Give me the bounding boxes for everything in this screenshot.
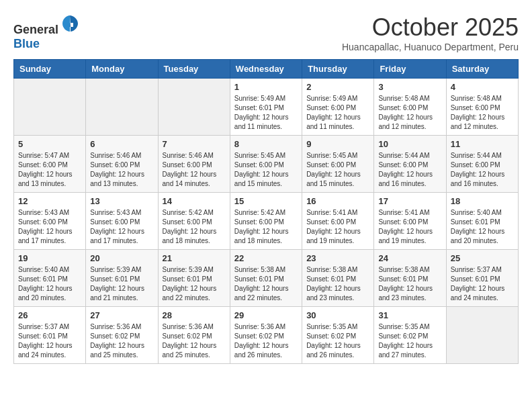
calendar-cell: 27Sunrise: 5:36 AM Sunset: 6:02 PM Dayli… xyxy=(86,307,158,364)
logo-blue: Blue xyxy=(13,37,40,50)
day-info: Sunrise: 5:38 AM Sunset: 6:01 PM Dayligh… xyxy=(378,265,441,303)
logo-general: General xyxy=(13,23,58,36)
calendar-cell: 10Sunrise: 5:44 AM Sunset: 6:00 PM Dayli… xyxy=(374,136,446,193)
calendar-week-row: 19Sunrise: 5:40 AM Sunset: 6:01 PM Dayli… xyxy=(14,250,519,307)
calendar-cell: 11Sunrise: 5:44 AM Sunset: 6:00 PM Dayli… xyxy=(446,136,518,193)
day-number: 8 xyxy=(234,139,298,149)
day-info: Sunrise: 5:46 AM Sunset: 6:00 PM Dayligh… xyxy=(90,151,153,189)
calendar-cell xyxy=(446,307,518,364)
calendar-cell: 13Sunrise: 5:43 AM Sunset: 6:00 PM Dayli… xyxy=(86,193,158,250)
day-info: Sunrise: 5:39 AM Sunset: 6:01 PM Dayligh… xyxy=(90,265,153,303)
day-number: 24 xyxy=(378,253,441,263)
day-info: Sunrise: 5:41 AM Sunset: 6:00 PM Dayligh… xyxy=(378,208,441,246)
calendar-cell: 29Sunrise: 5:36 AM Sunset: 6:02 PM Dayli… xyxy=(230,307,302,364)
day-number: 6 xyxy=(90,139,153,149)
calendar-cell: 6Sunrise: 5:46 AM Sunset: 6:00 PM Daylig… xyxy=(86,136,158,193)
calendar-cell: 28Sunrise: 5:36 AM Sunset: 6:02 PM Dayli… xyxy=(158,307,230,364)
day-number: 2 xyxy=(306,82,369,92)
calendar-cell: 5Sunrise: 5:47 AM Sunset: 6:00 PM Daylig… xyxy=(14,136,86,193)
day-info: Sunrise: 5:48 AM Sunset: 6:00 PM Dayligh… xyxy=(378,94,441,132)
calendar-header-row: SundayMondayTuesdayWednesdayThursdayFrid… xyxy=(14,60,519,79)
title-area: October 2025 Huancapallac, Huanuco Depar… xyxy=(342,13,519,52)
day-number: 27 xyxy=(90,310,153,320)
location-title: Huancapallac, Huanuco Department, Peru xyxy=(342,42,519,52)
day-number: 18 xyxy=(451,196,514,206)
weekday-header-wednesday: Wednesday xyxy=(230,60,302,79)
calendar-cell: 1Sunrise: 5:49 AM Sunset: 6:01 PM Daylig… xyxy=(230,79,302,136)
calendar-cell xyxy=(86,79,158,136)
calendar-cell xyxy=(14,79,86,136)
day-number: 30 xyxy=(306,310,369,320)
day-number: 19 xyxy=(18,253,81,263)
calendar-cell: 19Sunrise: 5:40 AM Sunset: 6:01 PM Dayli… xyxy=(14,250,86,307)
weekday-header-saturday: Saturday xyxy=(446,60,518,79)
day-info: Sunrise: 5:47 AM Sunset: 6:00 PM Dayligh… xyxy=(18,151,81,189)
calendar-cell: 14Sunrise: 5:42 AM Sunset: 6:00 PM Dayli… xyxy=(158,193,230,250)
day-info: Sunrise: 5:49 AM Sunset: 6:01 PM Dayligh… xyxy=(234,94,298,132)
day-number: 7 xyxy=(163,139,226,149)
day-info: Sunrise: 5:40 AM Sunset: 6:01 PM Dayligh… xyxy=(18,265,81,303)
day-info: Sunrise: 5:37 AM Sunset: 6:01 PM Dayligh… xyxy=(451,265,514,303)
calendar-cell: 31Sunrise: 5:35 AM Sunset: 6:02 PM Dayli… xyxy=(374,307,446,364)
calendar-cell: 12Sunrise: 5:43 AM Sunset: 6:00 PM Dayli… xyxy=(14,193,86,250)
calendar-cell: 9Sunrise: 5:45 AM Sunset: 6:00 PM Daylig… xyxy=(302,136,374,193)
day-info: Sunrise: 5:43 AM Sunset: 6:00 PM Dayligh… xyxy=(90,208,153,246)
calendar-week-row: 1Sunrise: 5:49 AM Sunset: 6:01 PM Daylig… xyxy=(14,79,519,136)
calendar-cell: 30Sunrise: 5:35 AM Sunset: 6:02 PM Dayli… xyxy=(302,307,374,364)
calendar-cell: 2Sunrise: 5:49 AM Sunset: 6:00 PM Daylig… xyxy=(302,79,374,136)
day-info: Sunrise: 5:36 AM Sunset: 6:02 PM Dayligh… xyxy=(234,322,298,360)
logo: General Blue xyxy=(13,13,80,51)
month-title: October 2025 xyxy=(342,13,519,42)
day-number: 12 xyxy=(18,196,81,206)
calendar-week-row: 12Sunrise: 5:43 AM Sunset: 6:00 PM Dayli… xyxy=(14,193,519,250)
calendar-cell: 22Sunrise: 5:38 AM Sunset: 6:01 PM Dayli… xyxy=(230,250,302,307)
weekday-header-monday: Monday xyxy=(86,60,158,79)
day-number: 3 xyxy=(378,82,441,92)
day-info: Sunrise: 5:48 AM Sunset: 6:00 PM Dayligh… xyxy=(451,94,514,132)
calendar-cell: 21Sunrise: 5:39 AM Sunset: 6:01 PM Dayli… xyxy=(158,250,230,307)
calendar-cell: 24Sunrise: 5:38 AM Sunset: 6:01 PM Dayli… xyxy=(374,250,446,307)
day-number: 17 xyxy=(378,196,441,206)
weekday-header-thursday: Thursday xyxy=(302,60,374,79)
day-info: Sunrise: 5:45 AM Sunset: 6:00 PM Dayligh… xyxy=(306,151,369,189)
calendar-cell: 7Sunrise: 5:46 AM Sunset: 6:00 PM Daylig… xyxy=(158,136,230,193)
day-number: 28 xyxy=(163,310,226,320)
day-info: Sunrise: 5:45 AM Sunset: 6:00 PM Dayligh… xyxy=(234,151,298,189)
logo-icon xyxy=(60,13,80,34)
calendar-cell: 23Sunrise: 5:38 AM Sunset: 6:01 PM Dayli… xyxy=(302,250,374,307)
day-info: Sunrise: 5:44 AM Sunset: 6:00 PM Dayligh… xyxy=(451,151,514,189)
day-info: Sunrise: 5:43 AM Sunset: 6:00 PM Dayligh… xyxy=(18,208,81,246)
day-info: Sunrise: 5:42 AM Sunset: 6:00 PM Dayligh… xyxy=(163,208,226,246)
calendar-cell: 3Sunrise: 5:48 AM Sunset: 6:00 PM Daylig… xyxy=(374,79,446,136)
day-info: Sunrise: 5:36 AM Sunset: 6:02 PM Dayligh… xyxy=(90,322,153,360)
day-number: 31 xyxy=(378,310,441,320)
day-number: 13 xyxy=(90,196,153,206)
day-info: Sunrise: 5:41 AM Sunset: 6:00 PM Dayligh… xyxy=(306,208,369,246)
day-info: Sunrise: 5:49 AM Sunset: 6:00 PM Dayligh… xyxy=(306,94,369,132)
day-number: 4 xyxy=(451,82,514,92)
day-info: Sunrise: 5:46 AM Sunset: 6:00 PM Dayligh… xyxy=(163,151,226,189)
calendar-cell: 15Sunrise: 5:42 AM Sunset: 6:00 PM Dayli… xyxy=(230,193,302,250)
day-info: Sunrise: 5:36 AM Sunset: 6:02 PM Dayligh… xyxy=(163,322,226,360)
day-info: Sunrise: 5:37 AM Sunset: 6:01 PM Dayligh… xyxy=(18,322,81,360)
calendar-cell: 26Sunrise: 5:37 AM Sunset: 6:01 PM Dayli… xyxy=(14,307,86,364)
calendar-week-row: 5Sunrise: 5:47 AM Sunset: 6:00 PM Daylig… xyxy=(14,136,519,193)
day-info: Sunrise: 5:42 AM Sunset: 6:00 PM Dayligh… xyxy=(234,208,298,246)
day-number: 22 xyxy=(234,253,298,263)
day-number: 5 xyxy=(18,139,81,149)
calendar-cell: 4Sunrise: 5:48 AM Sunset: 6:00 PM Daylig… xyxy=(446,79,518,136)
day-info: Sunrise: 5:44 AM Sunset: 6:00 PM Dayligh… xyxy=(378,151,441,189)
day-info: Sunrise: 5:35 AM Sunset: 6:02 PM Dayligh… xyxy=(306,322,369,360)
day-number: 21 xyxy=(163,253,226,263)
day-number: 11 xyxy=(451,139,514,149)
weekday-header-sunday: Sunday xyxy=(14,60,86,79)
weekday-header-friday: Friday xyxy=(374,60,446,79)
calendar-table: SundayMondayTuesdayWednesdayThursdayFrid… xyxy=(13,59,519,364)
day-info: Sunrise: 5:39 AM Sunset: 6:01 PM Dayligh… xyxy=(163,265,226,303)
calendar-cell: 18Sunrise: 5:40 AM Sunset: 6:01 PM Dayli… xyxy=(446,193,518,250)
day-info: Sunrise: 5:40 AM Sunset: 6:01 PM Dayligh… xyxy=(451,208,514,246)
day-number: 10 xyxy=(378,139,441,149)
calendar-cell: 16Sunrise: 5:41 AM Sunset: 6:00 PM Dayli… xyxy=(302,193,374,250)
day-info: Sunrise: 5:35 AM Sunset: 6:02 PM Dayligh… xyxy=(378,322,441,360)
day-number: 9 xyxy=(306,139,369,149)
